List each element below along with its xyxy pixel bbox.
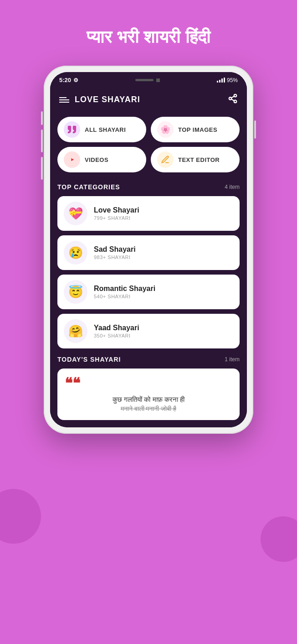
categories-title: TOP CATEGORIES	[57, 183, 120, 191]
category-item-yaad[interactable]: 🤗 Yaad Shayari 350+ SHAYARI	[57, 314, 240, 348]
yaad-shayari-icon: 🤗	[64, 319, 87, 343]
phone-frame: 5:20 ⚙ 95% LOVE SHAYARI	[44, 66, 253, 434]
love-shayari-info: Love Shayari 799+ SHAYARI	[94, 206, 139, 221]
sad-shayari-name: Sad Shayari	[94, 245, 136, 254]
todays-shayari-section: TODAY'S SHAYARI 1 item ❝❝ कुछ गलतियों को…	[57, 356, 240, 420]
page-heading: प्यार भरी शायरी हिंदी	[87, 27, 210, 47]
status-time-area: 5:20 ⚙	[59, 77, 78, 83]
app-header: LOVE SHAYARI	[50, 86, 247, 111]
love-shayari-name: Love Shayari	[94, 206, 139, 214]
romantic-shayari-info: Romantic Shayari 540+ SHAYARI	[94, 285, 155, 299]
videos-button[interactable]: VIDEOS	[57, 147, 146, 172]
clock-time: 5:20	[59, 77, 71, 83]
yaad-shayari-name: Yaad Shayari	[94, 324, 139, 332]
share-icon[interactable]	[228, 93, 238, 106]
category-item-love[interactable]: 💝 Love Shayari 799+ SHAYARI	[57, 196, 240, 231]
svg-line-4	[231, 96, 234, 98]
categories-section-header: TOP CATEGORIES 4 item	[57, 183, 240, 191]
volume-up-button	[41, 111, 43, 125]
todays-title: TODAY'S SHAYARI	[57, 356, 121, 363]
hamburger-menu-icon[interactable]	[59, 97, 69, 103]
main-content: TOP CATEGORIES 4 item 💝 Love Shayari 799…	[50, 176, 247, 427]
categories-count: 4 item	[225, 184, 240, 190]
top-images-label: TOP IMAGES	[178, 126, 217, 133]
todays-count: 1 item	[225, 356, 240, 363]
signal-bars-icon	[217, 78, 225, 83]
sad-shayari-count: 983+ SHAYARI	[94, 254, 136, 260]
all-shayari-button[interactable]: ALL SHAYARI	[57, 117, 146, 142]
yaad-shayari-info: Yaad Shayari 350+ SHAYARI	[94, 324, 139, 338]
phone-screen: 5:20 ⚙ 95% LOVE SHAYARI	[50, 72, 247, 427]
yaad-shayari-count: 350+ SHAYARI	[94, 333, 139, 338]
video-play-icon	[64, 151, 80, 168]
all-shayari-label: ALL SHAYARI	[85, 126, 126, 133]
category-item-romantic[interactable]: 😇 Romantic Shayari 540+ SHAYARI	[57, 275, 240, 309]
love-shayari-icon: 💝	[64, 202, 87, 225]
shayari-card[interactable]: ❝❝ कुछ गलतियों को माफ़ करना ही मनाने वाल…	[57, 369, 240, 420]
power-button	[254, 120, 256, 139]
app-header-left: LOVE SHAYARI	[59, 95, 140, 104]
pencil-icon	[157, 151, 174, 168]
status-icons-area: 95%	[217, 77, 238, 83]
camera-area	[135, 78, 160, 82]
top-images-button[interactable]: 🌸 TOP IMAGES	[151, 117, 240, 142]
settings-gear-icon: ⚙	[73, 77, 78, 83]
quote-icon	[64, 121, 80, 138]
videos-label: VIDEOS	[85, 156, 108, 163]
volume-down-button	[41, 130, 43, 152]
battery-percentage: 95%	[227, 77, 238, 83]
svg-line-3	[231, 99, 234, 101]
todays-section-header: TODAY'S SHAYARI 1 item	[57, 356, 240, 363]
status-bar: 5:20 ⚙ 95%	[50, 72, 247, 86]
app-title: LOVE SHAYARI	[75, 95, 140, 104]
shayari-line1: कुछ गलतियों को माफ़ करना ही	[65, 394, 232, 405]
bg-decoration-right	[261, 516, 297, 562]
love-shayari-count: 799+ SHAYARI	[94, 215, 139, 221]
speaker-grille	[135, 79, 154, 81]
silent-button	[41, 157, 43, 180]
romantic-shayari-count: 540+ SHAYARI	[94, 294, 155, 299]
image-icon: 🌸	[157, 121, 174, 138]
text-editor-button[interactable]: TEXT EDITOR	[151, 147, 240, 172]
front-camera	[156, 78, 160, 82]
romantic-shayari-icon: 😇	[64, 280, 87, 304]
quote-decoration: ❝❝	[65, 376, 232, 390]
category-list: 💝 Love Shayari 799+ SHAYARI 😢 Sad Shayar…	[57, 196, 240, 348]
category-item-sad[interactable]: 😢 Sad Shayari 983+ SHAYARI	[57, 235, 240, 270]
sad-shayari-info: Sad Shayari 983+ SHAYARI	[94, 245, 136, 260]
bg-decoration-left	[0, 489, 41, 544]
sad-shayari-icon: 😢	[64, 241, 87, 265]
quick-actions-grid: ALL SHAYARI 🌸 TOP IMAGES VIDEOS	[50, 111, 247, 176]
text-editor-label: TEXT EDITOR	[178, 156, 220, 163]
shayari-line2: मनाने वाली मनानी जोबी है	[65, 405, 232, 413]
romantic-shayari-name: Romantic Shayari	[94, 285, 155, 293]
